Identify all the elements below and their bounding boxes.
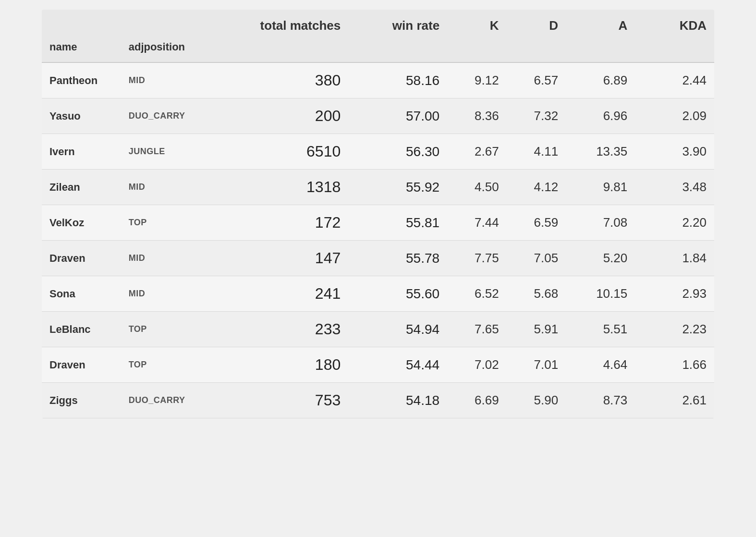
a-cell: 7.08: [566, 205, 635, 241]
k-cell: 9.12: [447, 62, 507, 98]
table-row: LeBlancTOP23354.947.655.915.512.23: [42, 312, 714, 347]
d-cell: 4.12: [507, 170, 566, 205]
kda-cell: 3.48: [635, 170, 714, 205]
total-cell: 380: [230, 62, 348, 98]
table-row: VelKozTOP17255.817.446.597.082.20: [42, 205, 714, 241]
a-cell: 5.51: [566, 312, 635, 347]
header-k: K: [447, 10, 507, 37]
header-kda-2: [635, 37, 714, 62]
header-kda: KDA: [635, 10, 714, 37]
adjpos-cell: TOP: [121, 312, 230, 347]
k-cell: 6.69: [447, 383, 507, 418]
k-cell: 7.75: [447, 241, 507, 276]
total-cell: 6510: [230, 134, 348, 170]
header-top-row: total matches win rate K D A KDA: [42, 10, 714, 37]
total-cell: 233: [230, 312, 348, 347]
d-cell: 4.11: [507, 134, 566, 170]
header-win-rate-2: [348, 37, 447, 62]
name-cell: Pantheon: [42, 62, 121, 98]
winrate-cell: 56.30: [348, 134, 447, 170]
k-cell: 4.50: [447, 170, 507, 205]
table-row: SonaMID24155.606.525.6810.152.93: [42, 276, 714, 312]
total-cell: 180: [230, 347, 348, 383]
winrate-cell: 54.44: [348, 347, 447, 383]
header-a-2: [566, 37, 635, 62]
k-cell: 6.52: [447, 276, 507, 312]
a-cell: 5.20: [566, 241, 635, 276]
name-cell: VelKoz: [42, 205, 121, 241]
name-cell: Draven: [42, 347, 121, 383]
total-cell: 172: [230, 205, 348, 241]
header-win-rate: win rate: [348, 10, 447, 37]
name-cell: Ivern: [42, 134, 121, 170]
total-cell: 241: [230, 276, 348, 312]
winrate-cell: 57.00: [348, 98, 447, 134]
d-cell: 7.01: [507, 347, 566, 383]
name-cell: Zilean: [42, 170, 121, 205]
total-cell: 753: [230, 383, 348, 418]
d-cell: 6.57: [507, 62, 566, 98]
adjpos-cell: DUO_CARRY: [121, 98, 230, 134]
adjpos-cell: MID: [121, 241, 230, 276]
adjpos-cell: DUO_CARRY: [121, 383, 230, 418]
stats-table-container: total matches win rate K D A KDA name ad…: [42, 10, 714, 418]
k-cell: 2.67: [447, 134, 507, 170]
d-cell: 6.59: [507, 205, 566, 241]
a-cell: 13.35: [566, 134, 635, 170]
table-row: IvernJUNGLE651056.302.674.1113.353.90: [42, 134, 714, 170]
winrate-cell: 55.81: [348, 205, 447, 241]
d-cell: 5.90: [507, 383, 566, 418]
header-empty-adjpos: [121, 10, 230, 37]
total-cell: 200: [230, 98, 348, 134]
a-cell: 9.81: [566, 170, 635, 205]
d-cell: 5.68: [507, 276, 566, 312]
table-row: YasuoDUO_CARRY20057.008.367.326.962.09: [42, 98, 714, 134]
kda-cell: 2.93: [635, 276, 714, 312]
header-d: D: [507, 10, 566, 37]
adjpos-cell: TOP: [121, 205, 230, 241]
kda-cell: 1.66: [635, 347, 714, 383]
table-row: DravenMID14755.787.757.055.201.84: [42, 241, 714, 276]
kda-cell: 2.23: [635, 312, 714, 347]
kda-cell: 2.44: [635, 62, 714, 98]
header-labels-row: name adjposition: [42, 37, 714, 62]
winrate-cell: 54.94: [348, 312, 447, 347]
name-cell: Ziggs: [42, 383, 121, 418]
kda-cell: 2.61: [635, 383, 714, 418]
total-cell: 147: [230, 241, 348, 276]
table-row: DravenTOP18054.447.027.014.641.66: [42, 347, 714, 383]
table-row: ZiggsDUO_CARRY75354.186.695.908.732.61: [42, 383, 714, 418]
adjpos-cell: MID: [121, 170, 230, 205]
k-cell: 8.36: [447, 98, 507, 134]
name-cell: Yasuo: [42, 98, 121, 134]
winrate-cell: 55.78: [348, 241, 447, 276]
kda-cell: 1.84: [635, 241, 714, 276]
name-cell: Draven: [42, 241, 121, 276]
kda-cell: 2.20: [635, 205, 714, 241]
a-cell: 6.96: [566, 98, 635, 134]
k-cell: 7.65: [447, 312, 507, 347]
a-cell: 4.64: [566, 347, 635, 383]
a-cell: 10.15: [566, 276, 635, 312]
adjpos-cell: TOP: [121, 347, 230, 383]
adjpos-cell: JUNGLE: [121, 134, 230, 170]
d-cell: 5.91: [507, 312, 566, 347]
header-adjposition: adjposition: [121, 37, 230, 62]
table-row: PantheonMID38058.169.126.576.892.44: [42, 62, 714, 98]
table-body: PantheonMID38058.169.126.576.892.44Yasuo…: [42, 62, 714, 418]
header-total-matches-2: [230, 37, 348, 62]
winrate-cell: 58.16: [348, 62, 447, 98]
name-cell: Sona: [42, 276, 121, 312]
a-cell: 8.73: [566, 383, 635, 418]
winrate-cell: 55.92: [348, 170, 447, 205]
adjpos-cell: MID: [121, 62, 230, 98]
table-row: ZileanMID131855.924.504.129.813.48: [42, 170, 714, 205]
header-k-2: [447, 37, 507, 62]
k-cell: 7.02: [447, 347, 507, 383]
a-cell: 6.89: [566, 62, 635, 98]
d-cell: 7.05: [507, 241, 566, 276]
header-name: name: [42, 37, 121, 62]
total-cell: 1318: [230, 170, 348, 205]
k-cell: 7.44: [447, 205, 507, 241]
header-d-2: [507, 37, 566, 62]
